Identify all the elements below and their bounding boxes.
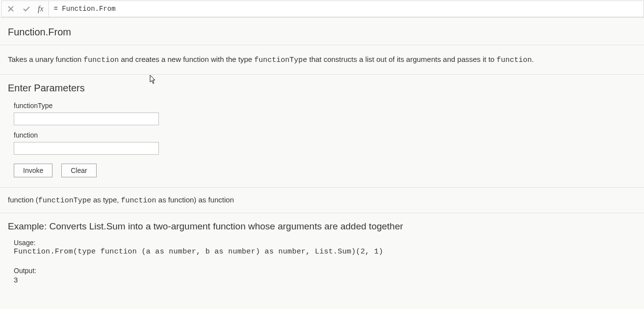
desc-part: that constructs a list out of its argume… bbox=[307, 55, 496, 63]
param-input-functiontype[interactable] bbox=[14, 112, 159, 125]
description-text: Takes a unary function function and crea… bbox=[0, 45, 644, 74]
param-block-function: function bbox=[0, 127, 644, 157]
desc-part: and creates a new function with the type bbox=[119, 55, 254, 63]
accept-icon[interactable] bbox=[22, 4, 31, 13]
param-input-function[interactable] bbox=[14, 142, 159, 155]
sig-arg: function bbox=[121, 197, 156, 205]
desc-code: functionType bbox=[254, 56, 307, 64]
cancel-icon[interactable] bbox=[6, 4, 15, 13]
doc-content: Function.From Takes a unary function fun… bbox=[0, 18, 644, 284]
fx-label: fx bbox=[38, 4, 44, 13]
formula-input[interactable] bbox=[49, 0, 644, 17]
sig-arg: functionType bbox=[38, 197, 91, 205]
sig-text: as function) as function bbox=[156, 196, 234, 204]
desc-code: function bbox=[496, 56, 532, 64]
usage-code: Function.From(type function (a as number… bbox=[14, 248, 636, 256]
output-value: 3 bbox=[14, 276, 636, 284]
param-label-functiontype: functionType bbox=[14, 102, 636, 110]
clear-button[interactable]: Clear bbox=[61, 164, 96, 177]
desc-part: Takes a unary function bbox=[8, 55, 83, 63]
function-signature: function (functionType as type, function… bbox=[0, 188, 644, 213]
example-body: Usage: Function.From(type function (a as… bbox=[0, 236, 644, 284]
sig-text: as type bbox=[91, 196, 117, 204]
usage-label: Usage: bbox=[14, 239, 636, 247]
param-block-functiontype: functionType bbox=[0, 98, 644, 127]
page-title: Function.From bbox=[0, 18, 644, 45]
output-label: Output: bbox=[14, 267, 636, 275]
desc-part: . bbox=[532, 55, 534, 63]
params-heading: Enter Parameters bbox=[0, 75, 644, 98]
button-row: Invoke Clear bbox=[0, 157, 644, 187]
formula-bar: fx bbox=[0, 0, 644, 18]
invoke-button[interactable]: Invoke bbox=[14, 164, 52, 177]
sig-text: function ( bbox=[8, 196, 38, 204]
param-label-function: function bbox=[14, 131, 636, 139]
desc-code: function bbox=[83, 56, 119, 64]
example-heading: Example: Converts List.Sum into a two-ar… bbox=[0, 213, 644, 236]
formula-controls: fx bbox=[1, 0, 49, 17]
sig-text: , bbox=[117, 196, 121, 204]
